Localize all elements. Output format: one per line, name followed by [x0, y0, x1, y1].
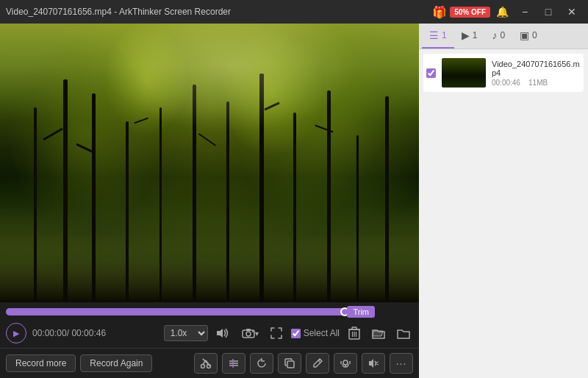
trim-icon — [228, 357, 240, 369]
svg-line-31 — [376, 364, 379, 365]
video-tab-icon: ▶ — [462, 29, 470, 41]
titlebar-controls: 🎁 50% OFF 🔔 − □ ✕ — [432, 4, 582, 19]
copy-icon — [284, 357, 295, 369]
audio-icon — [340, 357, 351, 369]
record-more-button[interactable]: Record more — [6, 354, 76, 372]
delete-button[interactable] — [345, 325, 363, 341]
svg-point-4 — [252, 331, 254, 332]
select-all-checkbox[interactable] — [291, 329, 301, 338]
cut-icon — [200, 357, 212, 369]
svg-rect-23 — [287, 361, 294, 368]
video-background — [0, 24, 419, 302]
svg-marker-0 — [217, 329, 223, 338]
time-display: 00:00:00/ 00:00:46 — [32, 328, 106, 338]
speed-select[interactable]: 0.5x 0.75x 1.0x 1.25x 1.5x 2.0x — [164, 325, 208, 341]
volume-icon — [217, 328, 230, 338]
volume-button[interactable] — [214, 327, 233, 340]
save-folder-button[interactable] — [394, 327, 413, 340]
time-total: 00:00:46 — [71, 328, 106, 338]
media-duration: 00:00:46 — [492, 79, 520, 87]
svg-point-2 — [246, 332, 251, 336]
app-title: Video_240707161656.mp4 - ArkThinker Scre… — [6, 7, 231, 17]
video-container[interactable] — [0, 24, 419, 302]
select-all-label[interactable]: Select All — [291, 328, 340, 338]
edit-button[interactable] — [306, 353, 329, 374]
svg-point-25 — [343, 360, 348, 365]
minimize-button[interactable]: − — [514, 4, 535, 19]
play-button[interactable]: ▶ — [6, 323, 26, 343]
tab-audio[interactable]: ♪ 0 — [484, 24, 512, 49]
promo-badge[interactable]: 50% OFF — [450, 7, 490, 18]
main-layout: Trim ▶ 00:00:00/ 00:00:46 0.5x 0.75x 1.0… — [0, 24, 588, 378]
tab-list[interactable]: ☰ 1 — [422, 24, 454, 49]
rotate-icon — [256, 357, 268, 369]
play-icon: ▶ — [13, 329, 19, 338]
tab-video[interactable]: ▶ 1 — [454, 24, 485, 49]
tab-image-count: 0 — [532, 30, 537, 40]
screenshot-dropdown-icon: ▾ — [255, 329, 259, 338]
notification-icon: 🔔 — [496, 6, 509, 18]
bottom-gradient — [0, 204, 419, 302]
media-filename: Video_240707161656.mp4 — [492, 60, 581, 77]
copy-button[interactable] — [278, 353, 301, 374]
media-item-checkbox[interactable] — [426, 68, 436, 78]
volume-edit-button[interactable] — [362, 353, 385, 374]
tab-list-count: 1 — [442, 30, 447, 40]
trim-button[interactable]: Trim — [347, 306, 375, 318]
media-meta: 00:00:46 11MB — [492, 79, 581, 87]
media-thumbnail — [442, 58, 486, 88]
select-all-text: Select All — [304, 328, 340, 338]
trim-tool-button[interactable] — [222, 353, 245, 374]
record-again-button[interactable]: Record Again — [80, 354, 152, 372]
close-button[interactable]: ✕ — [562, 4, 582, 19]
cut-button[interactable] — [194, 353, 218, 374]
audio-tab-icon: ♪ — [492, 29, 497, 41]
image-tab-icon: ▣ — [520, 29, 529, 41]
tab-image[interactable]: ▣ 0 — [512, 24, 545, 49]
right-tabs: ☰ 1 ▶ 1 ♪ 0 ▣ 0 — [419, 24, 588, 49]
list-tab-icon: ☰ — [429, 29, 439, 41]
maximize-button[interactable]: □ — [538, 4, 559, 19]
fullscreen-icon — [270, 327, 282, 339]
progress-track[interactable]: Trim — [6, 308, 375, 315]
rotate-button[interactable] — [250, 353, 273, 374]
fullscreen-button[interactable] — [268, 326, 285, 340]
video-area: Trim ▶ 00:00:00/ 00:00:46 0.5x 0.75x 1.0… — [0, 24, 419, 378]
media-info: Video_240707161656.mp4 00:00:46 11MB — [492, 60, 581, 87]
progress-fill — [6, 308, 349, 315]
open-folder-icon — [372, 328, 385, 339]
more-options-button[interactable]: ··· — [390, 353, 413, 374]
folder-icon — [397, 328, 410, 339]
right-content: Video_240707161656.mp4 00:00:46 11MB — [419, 49, 588, 378]
right-panel: ☰ 1 ▶ 1 ♪ 0 ▣ 0 — [419, 24, 588, 378]
media-size: 11MB — [528, 79, 548, 87]
progress-bar-area: Trim — [0, 302, 419, 318]
time-current: 00:00:00 — [32, 328, 67, 338]
tab-audio-count: 0 — [500, 30, 505, 40]
audio-edit-button[interactable] — [334, 353, 357, 374]
media-item[interactable]: Video_240707161656.mp4 00:00:46 11MB — [423, 54, 584, 92]
titlebar: Video_240707161656.mp4 - ArkThinker Scre… — [0, 0, 588, 24]
svg-line-30 — [376, 362, 379, 363]
svg-marker-29 — [369, 359, 373, 368]
open-folder-button[interactable] — [369, 327, 388, 340]
camera-icon — [242, 328, 255, 338]
titlebar-left: Video_240707161656.mp4 - ArkThinker Scre… — [6, 7, 231, 17]
delete-icon — [348, 327, 360, 340]
controls-area: ▶ 00:00:00/ 00:00:46 0.5x 0.75x 1.0x 1.2… — [0, 318, 419, 348]
more-icon: ··· — [396, 357, 407, 369]
svg-point-13 — [201, 365, 205, 368]
edit-icon — [312, 357, 323, 369]
tab-video-count: 1 — [473, 30, 478, 40]
media-thumb-inner — [442, 58, 486, 88]
svg-line-24 — [318, 360, 320, 363]
volume-edit-icon — [368, 357, 379, 369]
svg-rect-3 — [246, 329, 251, 331]
gift-icon: 🎁 — [432, 5, 447, 19]
screenshot-button[interactable]: ▾ — [239, 327, 262, 340]
bottom-toolbar: Record more Record Again — [0, 348, 419, 378]
